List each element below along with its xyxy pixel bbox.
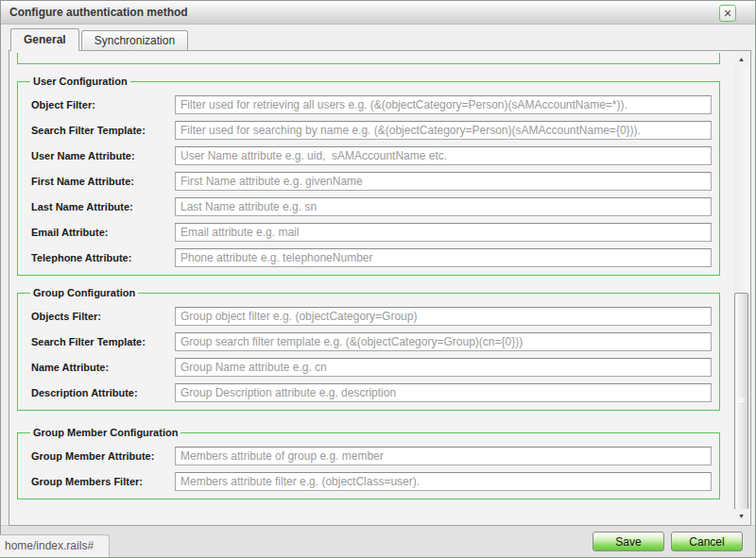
group-name-attribute-input[interactable] [175, 358, 712, 377]
group-member-attribute-input[interactable] [175, 447, 712, 465]
group-objects-filter-input[interactable] [175, 307, 712, 326]
user-search-filter-template-input[interactable] [175, 121, 712, 140]
user-configuration-section: User Configuration Object Filter: Search… [17, 76, 720, 276]
general-tab-panel: User Configuration Object Filter: Search… [9, 50, 751, 526]
user-name-attribute-input[interactable] [175, 146, 712, 165]
field-row: Search Filter Template: [31, 332, 712, 351]
scroll-up-icon: ▲ [738, 56, 745, 62]
scroll-down-icon: ▼ [738, 513, 745, 519]
field-row: Last Name Attribute: [31, 197, 712, 216]
field-label: Group Members Filter: [31, 476, 175, 487]
field-row: Telephone Attribute: [31, 248, 712, 267]
group-configuration-section: Group Configuration Objects Filter: Sear… [17, 287, 720, 411]
section-legend: Group Configuration [30, 287, 138, 298]
tab-synchronization[interactable]: Synchronization [81, 30, 188, 51]
field-label: Name Attribute: [31, 362, 175, 373]
last-name-attribute-input[interactable] [175, 197, 712, 216]
email-attribute-input[interactable] [175, 223, 712, 242]
group-search-filter-template-input[interactable] [175, 332, 712, 351]
scrollbar-grip [738, 397, 745, 403]
scroll-up-button[interactable]: ▲ [733, 52, 749, 67]
tab-bar: General Synchronization [10, 28, 188, 51]
field-row: Group Member Attribute: [31, 447, 712, 465]
tab-general[interactable]: General [10, 28, 79, 51]
previous-section-cutoff [17, 53, 720, 64]
scrollbar-thumb[interactable] [734, 293, 748, 510]
scrollable-form-area: User Configuration Object Filter: Search… [10, 52, 732, 524]
field-label: Description Attribute: [31, 387, 175, 398]
close-icon: ✕ [723, 8, 731, 19]
save-button[interactable]: Save [593, 532, 664, 551]
dialog-title: Configure authentication method [1, 1, 755, 25]
field-label: Objects Filter: [31, 311, 175, 322]
vertical-scrollbar[interactable]: ▲ ▼ [733, 52, 749, 524]
group-member-configuration-section: Group Member Configuration Group Member … [17, 427, 720, 499]
dialog-titlebar: Configure authentication method ✕ [1, 1, 755, 25]
group-members-filter-input[interactable] [175, 472, 712, 491]
field-label: Group Member Attribute: [31, 450, 175, 462]
field-row: Search Filter Template: [31, 121, 712, 140]
field-row: Description Attribute: [31, 383, 712, 402]
close-button[interactable]: ✕ [719, 5, 736, 22]
object-filter-input[interactable] [175, 95, 712, 114]
cancel-button[interactable]: Cancel [671, 532, 743, 551]
field-label: Email Attribute: [31, 227, 175, 238]
section-legend: User Configuration [30, 76, 130, 87]
field-row: Object Filter: [31, 95, 712, 114]
section-legend: Group Member Configuration [30, 427, 180, 438]
dialog-footer: Save Cancel [1, 525, 755, 557]
field-label: Telephone Attribute: [31, 252, 175, 263]
field-row: Group Members Filter: [31, 472, 712, 491]
field-row: Name Attribute: [31, 358, 712, 377]
field-label: Search Filter Template: [31, 125, 175, 136]
field-row: First Name Attribute: [31, 172, 712, 191]
scroll-down-button[interactable]: ▼ [733, 509, 749, 524]
first-name-attribute-input[interactable] [175, 172, 712, 191]
field-row: User Name Attribute: [31, 146, 712, 165]
footer-buttons: Save Cancel [593, 532, 743, 551]
field-label: Search Filter Template: [31, 336, 175, 347]
field-row: Objects Filter: [31, 307, 712, 326]
group-description-attribute-input[interactable] [175, 383, 712, 402]
field-label: First Name Attribute: [31, 176, 175, 187]
field-row: Email Attribute: [31, 223, 712, 242]
field-label: User Name Attribute: [31, 150, 175, 161]
field-label: Last Name Attribute: [31, 201, 175, 212]
browser-status-tooltip: home/index.rails# [0, 534, 110, 557]
telephone-attribute-input[interactable] [175, 248, 712, 267]
configure-auth-dialog: Configure authentication method ✕ Genera… [0, 0, 756, 558]
field-label: Object Filter: [31, 99, 175, 110]
